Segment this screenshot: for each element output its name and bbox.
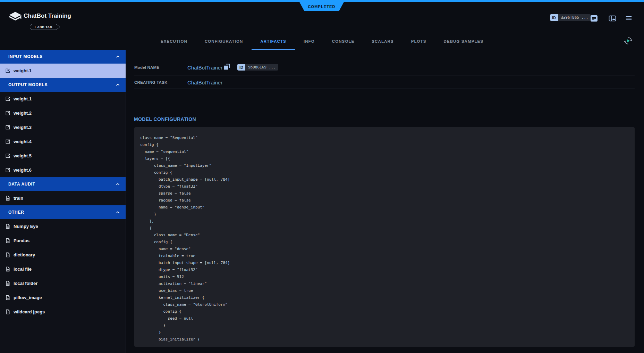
chevron-up-icon[interactable] — [116, 55, 120, 59]
item-label: weight.5 — [14, 153, 32, 158]
add-tag-button[interactable]: + ADD TAG — [30, 24, 60, 30]
tab-info[interactable]: INFO — [295, 33, 323, 50]
output-model-icon — [5, 125, 10, 130]
tab-label: DEBUG SAMPLES — [443, 39, 483, 43]
sidebar-section-output-models[interactable]: OUTPUT MODELS — [0, 78, 126, 92]
sidebar-item-weight-2[interactable]: weight.2 — [0, 106, 126, 120]
item-label: weight.6 — [14, 167, 32, 173]
document-icon — [5, 309, 10, 314]
experiment-id-badge[interactable]: ID da96f865 ... — [550, 14, 591, 21]
copy-icon[interactable] — [223, 64, 230, 70]
sidebar-item-pillow-image[interactable]: pillow_image — [0, 290, 126, 305]
output-model-icon — [5, 110, 10, 116]
status-badge: COMPLETED — [299, 2, 344, 11]
sidebar-item-weight-4[interactable]: weight.4 — [0, 134, 126, 149]
tab-console[interactable]: CONSOLE — [323, 33, 363, 50]
creating-task-link[interactable]: ChatBotTrainer — [187, 80, 222, 85]
sidebar-item-train[interactable]: train — [0, 191, 126, 205]
id-badge-value: da96f865 ... — [558, 14, 591, 21]
layout-preview-icon[interactable] — [609, 15, 616, 22]
tab-label: CONFIGURATION — [205, 39, 243, 43]
tab-bar: EXECUTION CONFIGURATION ARTIFACTS INFO C… — [0, 33, 644, 50]
add-tag-label: + ADD TAG — [30, 24, 60, 30]
chevron-up-icon[interactable] — [116, 182, 120, 187]
tab-label: CONSOLE — [332, 39, 355, 43]
item-label: Pandas — [14, 238, 29, 243]
sidebar-item-dictionary[interactable]: dictionary — [0, 248, 126, 262]
section-title: OTHER — [8, 210, 116, 215]
item-label: train — [14, 196, 23, 201]
item-label: weight.3 — [14, 125, 32, 130]
output-model-icon — [5, 139, 10, 144]
item-label: local file — [14, 266, 32, 272]
document-icon — [5, 252, 10, 257]
sidebar-item-numpy-eye[interactable]: Numpy Eye — [0, 219, 126, 233]
tab-label: ARTIFACTS — [260, 39, 286, 43]
chevron-up-icon[interactable] — [116, 83, 120, 87]
tab-configuration[interactable]: CONFIGURATION — [196, 33, 252, 50]
id-badge-label: ID — [550, 14, 558, 21]
tab-label: PLOTS — [411, 39, 426, 43]
document-icon — [5, 266, 10, 272]
section-title: INPUT MODELS — [8, 54, 116, 59]
tab-scalars[interactable]: SCALARS — [363, 33, 402, 50]
item-label: wildcard jpegs — [14, 309, 45, 314]
output-model-icon — [5, 153, 10, 158]
tab-debug-samples[interactable]: DEBUG SAMPLES — [435, 33, 492, 50]
input-model-icon — [5, 68, 10, 73]
item-label: weight.1 — [14, 96, 32, 101]
item-label: weight.1 — [14, 68, 32, 73]
output-model-icon — [5, 167, 10, 173]
section-title: OUTPUT MODELS — [8, 82, 116, 87]
sidebar-section-other[interactable]: OTHER — [0, 205, 126, 219]
app-logo-icon — [9, 11, 22, 22]
artifacts-sidebar: INPUT MODELS weight.1 OUTPUT MODELS weig… — [0, 50, 126, 353]
sidebar-item-weight-5[interactable]: weight.5 — [0, 149, 126, 163]
document-icon — [5, 281, 10, 286]
annotation-icon[interactable] — [590, 15, 598, 22]
id-badge-value: 9b986169 ... — [245, 64, 278, 71]
sidebar-item-wildcard-jpegs[interactable]: wildcard jpegs — [0, 305, 126, 319]
tab-execution[interactable]: EXECUTION — [152, 33, 196, 50]
sidebar-item-local-folder[interactable]: local folder — [0, 276, 126, 290]
sidebar-item-weight-1[interactable]: weight.1 — [0, 92, 126, 106]
tab-label: SCALARS — [372, 39, 393, 43]
status-strip — [0, 0, 644, 2]
item-label: pillow_image — [14, 295, 42, 300]
divider — [134, 89, 635, 89]
tab-artifacts[interactable]: ARTIFACTS — [252, 33, 295, 50]
chevron-up-icon[interactable] — [116, 210, 120, 215]
document-icon — [5, 196, 10, 201]
tab-plots[interactable]: PLOTS — [402, 33, 435, 50]
sidebar-item-weight-3[interactable]: weight.3 — [0, 120, 126, 134]
tab-label: INFO — [304, 39, 315, 43]
sidebar-section-input-models[interactable]: INPUT MODELS — [0, 50, 126, 64]
refresh-icon[interactable] — [624, 36, 633, 45]
model-name-label: Model NAME — [134, 65, 159, 69]
tab-label: EXECUTION — [161, 39, 187, 43]
item-label: dictionary — [14, 252, 35, 257]
creating-task-label: CREATING TASK — [134, 80, 167, 84]
divider — [134, 75, 635, 75]
sidebar-item-weight-6[interactable]: weight.6 — [0, 163, 126, 177]
code-text: class_name = "Sequential" config { name … — [140, 134, 628, 343]
model-configuration-heading: MODEL CONFIGURATION — [134, 116, 196, 122]
model-id-badge[interactable]: ID 9b986169 ... — [237, 64, 278, 71]
experiment-title: ChatBot Training — [24, 13, 71, 19]
sidebar-item-weight-1-input[interactable]: weight.1 — [0, 64, 126, 78]
document-icon — [5, 224, 10, 229]
sidebar-section-data-audit[interactable]: DATA AUDIT — [0, 177, 126, 191]
app-window: COMPLETED ChatBot Training + ADD TAG ID … — [0, 0, 644, 353]
sidebar-item-local-file[interactable]: local file — [0, 262, 126, 276]
sidebar-item-pandas[interactable]: Pandas — [0, 233, 126, 248]
model-name-value: ChatBotTrainer — [187, 65, 222, 71]
document-icon — [5, 295, 10, 300]
item-label: weight.2 — [14, 110, 32, 116]
item-label: weight.4 — [14, 139, 32, 144]
id-badge-label: ID — [237, 64, 245, 71]
output-model-icon — [5, 96, 10, 101]
section-title: DATA AUDIT — [8, 182, 116, 187]
item-label: local folder — [14, 281, 37, 286]
item-label: Numpy Eye — [14, 224, 38, 229]
menu-icon[interactable] — [625, 15, 632, 22]
